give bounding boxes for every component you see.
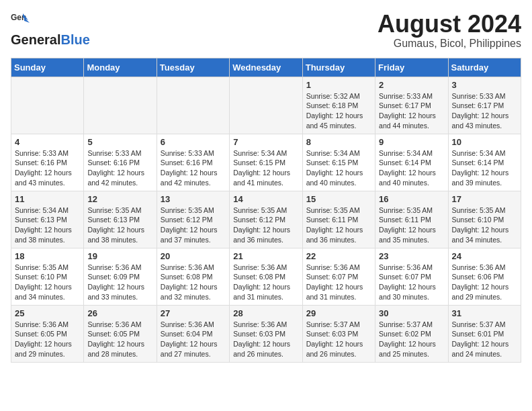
day-info: Sunrise: 5:36 AM Sunset: 6:09 PM Dayligh…: [87, 263, 152, 302]
day-number: 3: [452, 80, 517, 90]
day-info: Sunrise: 5:35 AM Sunset: 6:10 PM Dayligh…: [452, 205, 517, 245]
col-header-tuesday: Tuesday: [157, 58, 229, 77]
day-cell: 19Sunrise: 5:36 AM Sunset: 6:09 PM Dayli…: [84, 248, 157, 305]
day-cell: 16Sunrise: 5:35 AM Sunset: 6:11 PM Dayli…: [375, 191, 448, 248]
day-info: Sunrise: 5:36 AM Sunset: 6:04 PM Dayligh…: [161, 320, 226, 359]
month-title: August 2024: [378, 11, 521, 38]
day-number: 7: [233, 137, 298, 147]
day-number: 14: [233, 194, 298, 204]
col-header-sunday: Sunday: [11, 58, 84, 77]
week-row-2: 4Sunrise: 5:33 AM Sunset: 6:16 PM Daylig…: [11, 134, 521, 191]
day-info: Sunrise: 5:36 AM Sunset: 6:05 PM Dayligh…: [15, 320, 80, 359]
day-info: Sunrise: 5:34 AM Sunset: 6:14 PM Dayligh…: [452, 148, 517, 188]
day-info: Sunrise: 5:33 AM Sunset: 6:17 PM Dayligh…: [452, 91, 517, 131]
day-info: Sunrise: 5:35 AM Sunset: 6:12 PM Dayligh…: [233, 205, 298, 245]
day-number: 28: [233, 308, 298, 318]
day-number: 16: [379, 194, 444, 204]
day-number: 13: [161, 194, 226, 204]
day-cell: 12Sunrise: 5:35 AM Sunset: 6:13 PM Dayli…: [84, 191, 157, 248]
day-number: 15: [306, 194, 371, 204]
day-info: Sunrise: 5:36 AM Sunset: 6:08 PM Dayligh…: [161, 263, 226, 302]
day-number: 31: [452, 308, 517, 318]
day-number: 9: [379, 137, 444, 147]
day-number: 4: [15, 137, 80, 147]
day-number: 19: [87, 251, 152, 261]
day-cell: 13Sunrise: 5:35 AM Sunset: 6:12 PM Dayli…: [157, 191, 229, 248]
week-row-3: 11Sunrise: 5:34 AM Sunset: 6:13 PM Dayli…: [11, 191, 521, 248]
day-number: 2: [379, 80, 444, 90]
day-info: Sunrise: 5:36 AM Sunset: 6:08 PM Dayligh…: [233, 263, 298, 302]
day-number: 8: [306, 137, 371, 147]
day-cell: 27Sunrise: 5:36 AM Sunset: 6:04 PM Dayli…: [157, 305, 229, 362]
day-info: Sunrise: 5:36 AM Sunset: 6:06 PM Dayligh…: [452, 263, 517, 302]
day-cell: 20Sunrise: 5:36 AM Sunset: 6:08 PM Dayli…: [157, 248, 229, 305]
day-cell: 30Sunrise: 5:37 AM Sunset: 6:02 PM Dayli…: [375, 305, 448, 362]
day-number: 23: [379, 251, 444, 261]
location-title: Gumaus, Bicol, Philippines: [378, 38, 521, 50]
day-cell: 22Sunrise: 5:36 AM Sunset: 6:07 PM Dayli…: [302, 248, 375, 305]
day-info: Sunrise: 5:37 AM Sunset: 6:03 PM Dayligh…: [306, 320, 371, 359]
day-info: Sunrise: 5:34 AM Sunset: 6:15 PM Dayligh…: [233, 148, 298, 188]
day-cell: 9Sunrise: 5:34 AM Sunset: 6:14 PM Daylig…: [375, 134, 448, 191]
day-info: Sunrise: 5:34 AM Sunset: 6:15 PM Dayligh…: [306, 148, 371, 188]
day-number: 30: [379, 308, 444, 318]
day-number: 20: [161, 251, 226, 261]
calendar-header-row: SundayMondayTuesdayWednesdayThursdayFrid…: [11, 58, 521, 77]
day-number: 12: [87, 194, 152, 204]
col-header-saturday: Saturday: [448, 58, 521, 77]
day-info: Sunrise: 5:33 AM Sunset: 6:16 PM Dayligh…: [87, 148, 152, 188]
day-info: Sunrise: 5:35 AM Sunset: 6:12 PM Dayligh…: [161, 205, 226, 245]
col-header-wednesday: Wednesday: [230, 58, 302, 77]
day-number: 22: [306, 251, 371, 261]
day-info: Sunrise: 5:33 AM Sunset: 6:17 PM Dayligh…: [379, 91, 444, 131]
day-cell: 14Sunrise: 5:35 AM Sunset: 6:12 PM Dayli…: [230, 191, 302, 248]
day-cell: 1Sunrise: 5:32 AM Sunset: 6:18 PM Daylig…: [302, 77, 375, 134]
day-info: Sunrise: 5:34 AM Sunset: 6:13 PM Dayligh…: [15, 205, 80, 245]
day-cell: [230, 77, 302, 134]
day-cell: 2Sunrise: 5:33 AM Sunset: 6:17 PM Daylig…: [375, 77, 448, 134]
day-number: 26: [87, 308, 152, 318]
day-cell: 4Sunrise: 5:33 AM Sunset: 6:16 PM Daylig…: [11, 134, 84, 191]
day-info: Sunrise: 5:33 AM Sunset: 6:16 PM Dayligh…: [161, 148, 226, 188]
day-info: Sunrise: 5:36 AM Sunset: 6:03 PM Dayligh…: [233, 320, 298, 359]
day-cell: 3Sunrise: 5:33 AM Sunset: 6:17 PM Daylig…: [448, 77, 521, 134]
day-number: 18: [15, 251, 80, 261]
calendar-table: SundayMondayTuesdayWednesdayThursdayFrid…: [11, 58, 521, 363]
day-cell: 21Sunrise: 5:36 AM Sunset: 6:08 PM Dayli…: [230, 248, 302, 305]
day-cell: 10Sunrise: 5:34 AM Sunset: 6:14 PM Dayli…: [448, 134, 521, 191]
day-info: Sunrise: 5:36 AM Sunset: 6:07 PM Dayligh…: [306, 263, 371, 302]
day-cell: 29Sunrise: 5:37 AM Sunset: 6:03 PM Dayli…: [302, 305, 375, 362]
day-cell: 15Sunrise: 5:35 AM Sunset: 6:11 PM Dayli…: [302, 191, 375, 248]
logo: Gen GeneralBlue: [11, 11, 90, 48]
day-number: 11: [15, 194, 80, 204]
day-number: 25: [15, 308, 80, 318]
col-header-friday: Friday: [375, 58, 448, 77]
day-cell: [157, 77, 229, 134]
day-cell: 31Sunrise: 5:37 AM Sunset: 6:01 PM Dayli…: [448, 305, 521, 362]
day-cell: 11Sunrise: 5:34 AM Sunset: 6:13 PM Dayli…: [11, 191, 84, 248]
day-number: 21: [233, 251, 298, 261]
day-cell: [84, 77, 157, 134]
logo-icon: Gen: [11, 11, 30, 30]
week-row-4: 18Sunrise: 5:35 AM Sunset: 6:10 PM Dayli…: [11, 248, 521, 305]
day-cell: 28Sunrise: 5:36 AM Sunset: 6:03 PM Dayli…: [230, 305, 302, 362]
day-cell: 24Sunrise: 5:36 AM Sunset: 6:06 PM Dayli…: [448, 248, 521, 305]
day-info: Sunrise: 5:35 AM Sunset: 6:10 PM Dayligh…: [15, 263, 80, 302]
day-cell: 26Sunrise: 5:36 AM Sunset: 6:05 PM Dayli…: [84, 305, 157, 362]
col-header-thursday: Thursday: [302, 58, 375, 77]
day-cell: 18Sunrise: 5:35 AM Sunset: 6:10 PM Dayli…: [11, 248, 84, 305]
day-info: Sunrise: 5:34 AM Sunset: 6:14 PM Dayligh…: [379, 148, 444, 188]
day-info: Sunrise: 5:36 AM Sunset: 6:07 PM Dayligh…: [379, 263, 444, 302]
day-number: 29: [306, 308, 371, 318]
day-info: Sunrise: 5:33 AM Sunset: 6:16 PM Dayligh…: [15, 148, 80, 188]
day-cell: 23Sunrise: 5:36 AM Sunset: 6:07 PM Dayli…: [375, 248, 448, 305]
day-cell: 5Sunrise: 5:33 AM Sunset: 6:16 PM Daylig…: [84, 134, 157, 191]
day-cell: 17Sunrise: 5:35 AM Sunset: 6:10 PM Dayli…: [448, 191, 521, 248]
day-number: 6: [161, 137, 226, 147]
day-cell: [11, 77, 84, 134]
day-number: 1: [306, 80, 371, 90]
day-info: Sunrise: 5:35 AM Sunset: 6:13 PM Dayligh…: [87, 205, 152, 245]
col-header-monday: Monday: [84, 58, 157, 77]
day-info: Sunrise: 5:35 AM Sunset: 6:11 PM Dayligh…: [306, 205, 371, 245]
day-info: Sunrise: 5:36 AM Sunset: 6:05 PM Dayligh…: [87, 320, 152, 359]
